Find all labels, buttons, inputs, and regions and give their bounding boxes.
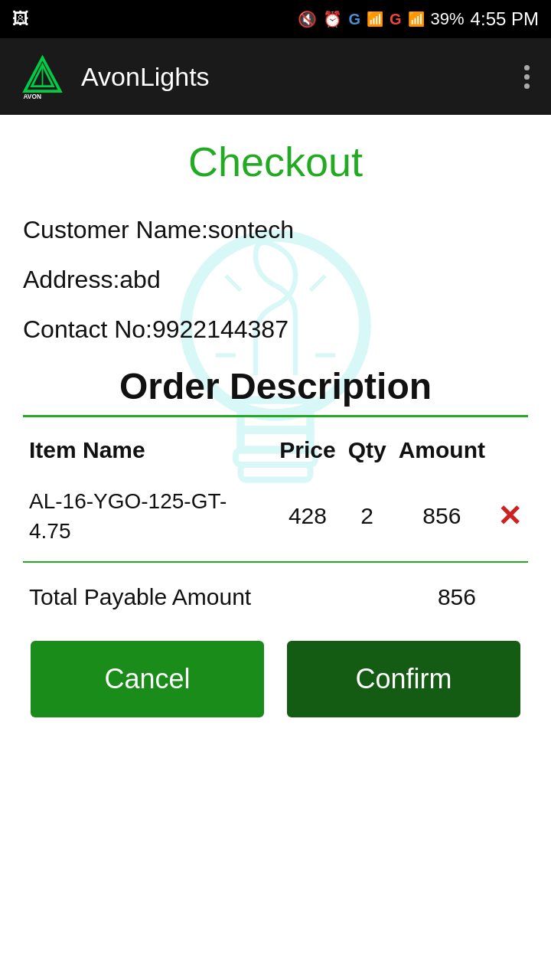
table-header-row: Item Name Price Qty Amount xyxy=(23,425,528,475)
address-row: Address:abd xyxy=(23,266,528,294)
col-actions xyxy=(491,425,528,475)
item-name-cell: AL-16-YGO-125-GT-4.75 xyxy=(23,475,273,557)
alarm-icon: ⏰ xyxy=(323,10,342,28)
item-amount-cell: 856 xyxy=(393,475,491,557)
item-qty-cell: 2 xyxy=(342,475,393,557)
customer-info: Customer Name:sontech Address:abd Contac… xyxy=(23,216,528,344)
dot3 xyxy=(524,83,530,89)
contact-value: 9922144387 xyxy=(152,315,289,343)
contact-row: Contact No:9922144387 xyxy=(23,315,528,344)
logo-svg: AVON xyxy=(18,52,67,102)
status-bar: 🖼 🔇 ⏰ G 📶 G 📶 39% 4:55 PM xyxy=(0,0,551,38)
dot2 xyxy=(524,74,530,80)
cancel-button[interactable]: Cancel xyxy=(31,641,264,717)
customer-name-label: Customer Name: xyxy=(23,216,208,243)
app-bar-left: AVON AvonLights xyxy=(15,50,210,103)
col-amount: Amount xyxy=(393,425,491,475)
app-title: AvonLights xyxy=(81,62,210,92)
total-label: Total Payable Amount xyxy=(29,584,251,610)
status-left-icons: 🖼 xyxy=(12,9,29,29)
col-item-name: Item Name xyxy=(23,425,273,475)
total-amount: 856 xyxy=(438,584,476,610)
main-content: Checkout Customer Name:sontech Address:a… xyxy=(0,115,551,748)
contact-label: Contact No: xyxy=(23,315,152,343)
time-display: 4:55 PM xyxy=(471,8,539,30)
address-label: Address: xyxy=(23,266,119,293)
delete-icon[interactable]: ✕ xyxy=(497,499,522,533)
item-delete-cell[interactable]: ✕ xyxy=(491,475,528,557)
battery-text: 39% xyxy=(431,9,465,29)
col-price: Price xyxy=(273,425,341,475)
app-logo: AVON xyxy=(15,50,69,103)
network-g-icon: G xyxy=(348,11,360,28)
order-section-title: Order Description xyxy=(23,365,528,407)
col-qty: Qty xyxy=(342,425,393,475)
confirm-button[interactable]: Confirm xyxy=(287,641,520,717)
app-bar: AVON AvonLights xyxy=(0,38,551,115)
signal-bars-icon: 📶 xyxy=(367,11,383,28)
network-g2-icon: G xyxy=(390,11,402,28)
svg-text:AVON: AVON xyxy=(23,93,41,100)
status-right-info: 🔇 ⏰ G 📶 G 📶 39% 4:55 PM xyxy=(298,8,539,30)
dot1 xyxy=(524,65,530,70)
total-row: Total Payable Amount 856 xyxy=(23,577,528,618)
address-value: abd xyxy=(119,266,160,293)
customer-name-value: sontech xyxy=(208,216,294,243)
customer-name-row: Customer Name:sontech xyxy=(23,216,528,244)
page-title: Checkout xyxy=(23,138,528,185)
more-options-button[interactable] xyxy=(518,59,536,95)
action-buttons: Cancel Confirm xyxy=(23,641,528,717)
table-row: AL-16-YGO-125-GT-4.75 428 2 856 ✕ xyxy=(23,475,528,557)
mute-icon: 🔇 xyxy=(298,10,317,28)
order-table: Item Name Price Qty Amount AL-16-YGO-125… xyxy=(23,425,528,557)
section-divider-bottom xyxy=(23,561,528,563)
item-price-cell: 428 xyxy=(273,475,341,557)
section-divider-top xyxy=(23,415,528,417)
screenshot-icon: 🖼 xyxy=(12,9,29,29)
signal-bars2-icon: 📶 xyxy=(408,11,425,28)
